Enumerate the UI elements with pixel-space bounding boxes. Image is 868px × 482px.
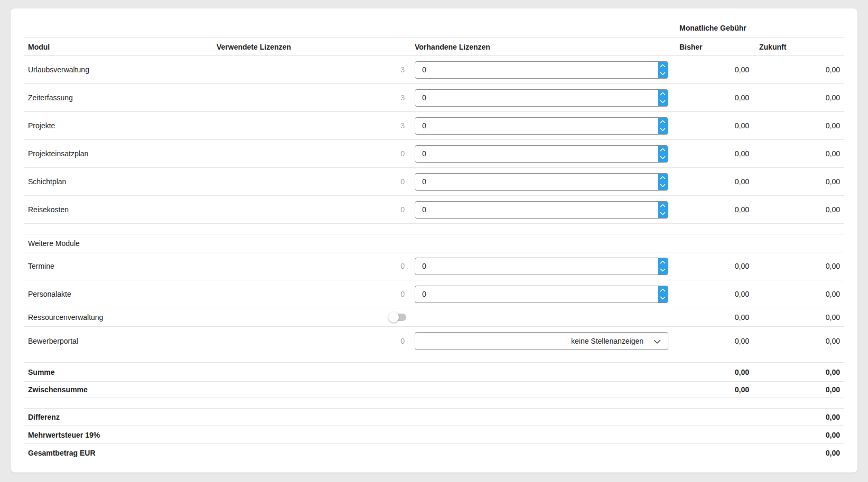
monatliche-gebuehr-group-header: Monatliche Gebühr — [679, 24, 746, 32]
chevron-up-icon[interactable] — [658, 202, 668, 210]
summary-bisher: 0,00 — [679, 368, 749, 376]
fee-bisher: 0,00 — [679, 177, 749, 186]
column-header-zukunft: Zukunft — [749, 43, 844, 51]
module-row-projekteinsatzplan: Projekteinsatzplan 0 0,00 0,00 — [24, 140, 844, 168]
used-licenses-count: 3 — [213, 121, 408, 130]
fee-zukunft: 0,00 — [749, 205, 844, 214]
chevron-up-icon[interactable] — [658, 118, 668, 126]
module-name: Projekteinsatzplan — [24, 149, 213, 158]
toggle-cell — [213, 312, 408, 323]
available-licenses-cell — [408, 61, 679, 79]
module-row-termine: Termine 0 0,00 0,00 — [24, 252, 844, 280]
ressourcenverwaltung-toggle[interactable] — [388, 312, 406, 323]
number-stepper[interactable] — [658, 258, 668, 275]
summary-label: Summe — [24, 368, 213, 376]
total-zukunft: 0,00 — [749, 449, 844, 457]
chevron-up-icon[interactable] — [658, 258, 668, 267]
page-background: { "table": { "group_header": "Monatliche… — [0, 0, 868, 482]
chevron-down-icon[interactable] — [658, 98, 668, 106]
lizenzen-input-schichtplan[interactable] — [415, 173, 668, 191]
number-input-wrap — [415, 258, 668, 275]
module-row-urlaubsverwaltung: Urlaubsverwaltung 3 0,00 0,00 — [24, 56, 844, 84]
number-stepper[interactable] — [658, 118, 668, 134]
module-name: Bewerberportal — [24, 337, 213, 345]
available-licenses-cell — [408, 145, 679, 163]
module-name: Personalakte — [24, 290, 213, 298]
lizenzen-input-personalakte[interactable] — [415, 286, 668, 303]
fee-zukunft: 0,00 — [749, 65, 844, 74]
number-input-wrap — [415, 89, 668, 107]
summary-label: Zwischensumme — [24, 385, 213, 394]
column-header-vorhandene-lizenzen: Vorhandene Lizenzen — [408, 43, 679, 51]
module-name: Schichtplan — [24, 177, 213, 186]
fee-zukunft: 0,00 — [749, 121, 844, 130]
lizenzen-input-urlaubsverwaltung[interactable] — [415, 61, 668, 79]
lizenzen-input-projekte[interactable] — [415, 117, 668, 135]
chevron-down-icon[interactable] — [658, 210, 668, 218]
fee-bisher: 0,00 — [679, 205, 749, 214]
number-stepper[interactable] — [658, 146, 668, 162]
fee-zukunft: 0,00 — [749, 313, 844, 322]
lizenzen-input-projekteinsatzplan[interactable] — [415, 145, 668, 163]
used-licenses-count: 0 — [213, 337, 408, 345]
used-licenses-count: 0 — [213, 262, 408, 270]
module-name: Ressourcenverwaltung — [24, 313, 213, 322]
chevron-down-icon[interactable] — [654, 337, 661, 345]
lizenzen-input-termine[interactable] — [415, 258, 668, 275]
available-licenses-cell — [408, 201, 679, 219]
fee-zukunft: 0,00 — [749, 149, 844, 158]
toggle-knob — [388, 312, 399, 323]
total-label: Mehrwertsteuer 19% — [24, 431, 213, 439]
spacer-row — [24, 398, 844, 409]
fee-bisher: 0,00 — [679, 290, 749, 298]
summary-zukunft: 0,00 — [749, 385, 844, 394]
module-name: Zeiterfassung — [24, 93, 213, 102]
module-name: Projekte — [24, 121, 213, 130]
module-name: Urlaubsverwaltung — [24, 65, 213, 74]
chevron-up-icon[interactable] — [658, 146, 668, 154]
module-name: Termine — [24, 262, 213, 270]
chevron-down-icon[interactable] — [658, 154, 668, 162]
chevron-up-icon[interactable] — [658, 90, 668, 98]
chevron-down-icon[interactable] — [658, 182, 668, 190]
fee-bisher: 0,00 — [679, 65, 749, 74]
chevron-up-icon[interactable] — [658, 62, 668, 70]
used-licenses-count: 3 — [213, 93, 408, 102]
lizenzen-input-reisekosten[interactable] — [415, 201, 668, 219]
available-licenses-cell — [408, 258, 679, 275]
section-header-row: Weitere Module — [24, 234, 844, 252]
chevron-up-icon[interactable] — [658, 174, 668, 182]
number-stepper[interactable] — [658, 90, 668, 106]
module-row-schichtplan: Schichtplan 0 0,00 0,00 — [24, 168, 844, 196]
number-input-wrap — [415, 61, 668, 79]
available-licenses-cell — [408, 117, 679, 135]
number-stepper[interactable] — [658, 202, 668, 218]
chevron-up-icon[interactable] — [658, 286, 668, 295]
number-stepper[interactable] — [658, 62, 668, 78]
fee-bisher: 0,00 — [679, 121, 749, 130]
chevron-down-icon[interactable] — [658, 126, 668, 134]
bewerberportal-stellenanzeigen-select[interactable]: keine Stellenanzeigen — [415, 332, 668, 350]
fee-bisher: 0,00 — [679, 337, 749, 345]
lizenzen-input-zeiterfassung[interactable] — [415, 89, 668, 107]
fee-zukunft: 0,00 — [749, 262, 844, 270]
total-label: Differenz — [24, 413, 213, 421]
column-header-modul: Modul — [24, 43, 213, 51]
fee-bisher: 0,00 — [679, 149, 749, 158]
number-stepper[interactable] — [658, 286, 668, 303]
number-stepper[interactable] — [658, 174, 668, 190]
chevron-down-icon[interactable] — [658, 294, 668, 303]
chevron-down-icon[interactable] — [658, 70, 668, 78]
fee-zukunft: 0,00 — [749, 177, 844, 186]
column-header-row: Modul Verwendete Lizenzen Vorhandene Liz… — [24, 38, 844, 56]
fee-zukunft: 0,00 — [749, 290, 844, 298]
fee-bisher: 0,00 — [679, 93, 749, 102]
total-row-mehrwertsteuer: Mehrwertsteuer 19% 0,00 — [24, 426, 844, 444]
module-row-zeiterfassung: Zeiterfassung 3 0,00 0,00 — [24, 84, 844, 112]
used-licenses-count: 3 — [213, 65, 408, 74]
fee-bisher: 0,00 — [679, 262, 749, 270]
spacer-row — [24, 355, 844, 363]
number-input-wrap — [415, 145, 668, 163]
module-row-reisekosten: Reisekosten 0 0,00 0,00 — [24, 196, 844, 224]
chevron-down-icon[interactable] — [658, 266, 668, 275]
